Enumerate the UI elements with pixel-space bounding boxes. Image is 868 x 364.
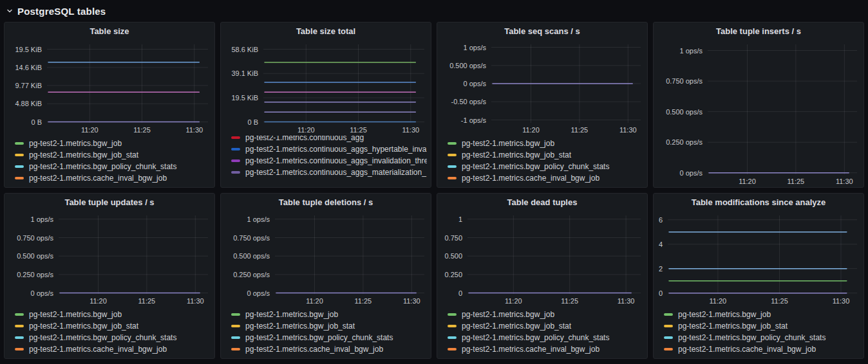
legend-item[interactable]: pg-test2-1.metrics.cache_inval_bgw_job (231, 343, 427, 355)
panels-grid: Table size19.5 KiB14.6 KiB9.77 KiB4.88 K… (0, 22, 868, 361)
svg-text:0.500: 0.500 (444, 252, 462, 260)
section-header[interactable]: PostgreSQL tables (0, 0, 868, 22)
legend-item[interactable]: pg-test2-1.metrics.bgw_job (448, 309, 643, 320)
svg-text:0.500 ops/s: 0.500 ops/s (449, 62, 486, 69)
legend-item[interactable]: pg-test2-1.metrics.bgw_job (231, 309, 427, 320)
legend-swatch-icon (15, 177, 24, 179)
panel-title[interactable]: Table modifications since analyze (654, 194, 863, 212)
legend-item[interactable]: pg-test2-1.metrics.cache_inval_bgw_job (448, 343, 643, 355)
legend-label: pg-test2-1.metrics.bgw_job_stat (29, 322, 138, 331)
svg-text:11:20: 11:20 (739, 177, 756, 185)
dashboard: PostgreSQL tables Table size19.5 KiB14.6… (0, 0, 868, 361)
svg-text:11:25: 11:25 (571, 126, 589, 134)
section-title: PostgreSQL tables (17, 6, 106, 17)
chart-table-seq-scans-s[interactable]: 1 ops/s0.500 ops/s0 ops/s-0.50 ops/s-1 o… (437, 41, 647, 136)
legend-swatch-icon (15, 142, 24, 145)
panel-title[interactable]: Table dead tuples (437, 194, 647, 212)
panel-title[interactable]: Table size total (221, 23, 431, 41)
legend-label: pg-test2-1.metrics.bgw_policy_chunk_stat… (462, 162, 609, 171)
svg-text:4: 4 (659, 241, 663, 248)
legend-item[interactable]: pg-test2-1.metrics.cache_inval_bgw_job (15, 172, 211, 184)
svg-text:0.750 ops/s: 0.750 ops/s (233, 234, 270, 242)
legend-item[interactable]: pg-test2-1.metrics.bgw_job (448, 138, 643, 149)
legend-item[interactable]: pg-test2-1.metrics.bgw_job (15, 309, 211, 320)
legend-label: pg-test2-1.metrics.bgw_job_stat (462, 150, 571, 159)
chart-table-dead-tuples[interactable]: 10.7500.5000.250011:2011:2511:30 (437, 212, 647, 307)
svg-text:0 ops/s: 0 ops/s (31, 289, 54, 297)
panel-title[interactable]: Table tuple inserts / s (654, 23, 863, 41)
legend-item[interactable]: pg-test2-1.metrics.bgw_policy_chunk_stat… (664, 332, 860, 343)
svg-text:0.750 ops/s: 0.750 ops/s (666, 77, 703, 85)
chart-table-size[interactable]: 19.5 KiB14.6 KiB9.77 KiB4.88 KiB0 B11:20… (5, 41, 214, 136)
legend-label: pg-test2-1.metrics.continuous_aggs_hyper… (245, 145, 427, 154)
legend-item[interactable]: pg-test2-1.metrics.bgw_job (15, 138, 211, 149)
legend-item[interactable]: pg-test2-1.metrics.continuous_aggs_hyper… (231, 143, 427, 155)
chart-table-modifications-since-analyze[interactable]: 642011:2011:2511:30 (654, 212, 863, 307)
svg-text:11:30: 11:30 (833, 297, 850, 305)
legend-swatch-icon (231, 325, 240, 327)
legend-item[interactable]: pg-test2-1.metrics.bgw_policy_chunk_stat… (448, 332, 643, 343)
legend-swatch-icon (231, 348, 240, 350)
legend-item[interactable]: pg-test2-1.metrics.bgw_policy_chunk_stat… (15, 161, 211, 172)
svg-text:11:20: 11:20 (505, 297, 522, 305)
legend-item[interactable]: pg-test2-1.metrics.cache_inval_bgw_job (664, 343, 860, 355)
chart-table-tuple-updates-s[interactable]: 1 ops/s0.750 ops/s0.500 ops/s0.250 ops/s… (5, 212, 214, 307)
panel-table-dead-tuples: Table dead tuples10.7500.5000.250011:201… (437, 193, 648, 359)
legend-item[interactable]: pg-test2-1.metrics.bgw_job_stat (448, 320, 643, 332)
legend-swatch-icon (448, 177, 457, 179)
svg-text:-0.50 ops/s: -0.50 ops/s (451, 98, 487, 105)
legend-item[interactable]: pg-test2-1.metrics.bgw_policy_chunk_stat… (231, 332, 427, 343)
legend-item[interactable]: pg-test2-1.metrics.continuous_aggs_mater… (231, 167, 427, 178)
svg-text:11:25: 11:25 (350, 126, 367, 134)
svg-text:11:20: 11:20 (81, 126, 99, 134)
panel-title[interactable]: Table seq scans / s (437, 23, 647, 41)
legend: pg-test2-1.metrics.bgw_jobpg-test2-1.met… (654, 307, 863, 358)
legend-swatch-icon (231, 171, 240, 174)
legend-label: pg-test2-1.metrics.cache_inval_bgw_job (462, 345, 599, 354)
chart-table-tuple-inserts-s[interactable]: 1 ops/s0.750 ops/s0.500 ops/s0.250 ops/s… (654, 41, 863, 187)
legend: pg-test2-1.metrics.bgw_jobpg-test2-1.met… (437, 307, 647, 358)
svg-text:1 ops/s: 1 ops/s (247, 215, 270, 223)
legend-label: pg-test2-1.metrics.cache_inval_bgw_job (462, 174, 599, 183)
legend-swatch-icon (231, 336, 240, 339)
panel-table-tuple-updates-s: Table tuple updates / s1 ops/s0.750 ops/… (4, 193, 215, 359)
legend-item[interactable]: pg-test2-1.metrics.bgw_job_stat (231, 320, 427, 332)
legend-item[interactable]: pg-test2-1.metrics.bgw_job (664, 309, 860, 320)
legend-item[interactable]: pg-test2-1.metrics.cache_inval_bgw_job (15, 343, 211, 355)
svg-text:11:30: 11:30 (187, 297, 204, 305)
svg-text:11:30: 11:30 (619, 126, 637, 134)
legend-swatch-icon (448, 336, 457, 339)
legend-item[interactable]: pg-test2-1.metrics.bgw_job_stat (15, 320, 211, 332)
svg-text:11:30: 11:30 (403, 297, 420, 305)
legend-label: pg-test2-1.metrics.bgw_policy_chunk_stat… (678, 333, 826, 342)
legend-label: pg-test2-1.metrics.bgw_policy_chunk_stat… (29, 333, 176, 342)
legend-item[interactable]: pg-test2-1.metrics.bgw_policy_chunk_stat… (15, 332, 211, 343)
legend-item[interactable]: pg-test2-1.metrics.bgw_job_stat (448, 149, 643, 161)
svg-text:1 ops/s: 1 ops/s (680, 47, 703, 55)
svg-text:0.250: 0.250 (444, 271, 462, 278)
panel-title[interactable]: Table tuple updates / s (5, 194, 214, 212)
svg-text:11:30: 11:30 (402, 126, 419, 134)
legend-label: pg-test2-1.metrics.cache_inval_bgw_job (245, 345, 383, 354)
legend-item[interactable]: pg-test2-1.metrics.bgw_policy_chunk_stat… (448, 161, 643, 172)
svg-text:0.250 ops/s: 0.250 ops/s (17, 271, 53, 278)
svg-text:0.750 ops/s: 0.750 ops/s (17, 234, 53, 242)
legend-item[interactable]: pg-test2-1.metrics.bgw_job_stat (15, 149, 211, 161)
legend-item[interactable]: pg-test2-1.metrics.bgw_job_stat (664, 320, 860, 332)
panel-title[interactable]: Table size (5, 23, 214, 41)
svg-text:0 ops/s: 0 ops/s (680, 169, 703, 177)
chart-table-tuple-deletions-s[interactable]: 1 ops/s0.750 ops/s0.500 ops/s0.250 ops/s… (221, 212, 431, 307)
legend-item[interactable]: pg-test2-1.metrics.continuous_agg (231, 136, 427, 143)
panel-title[interactable]: Table tuple deletions / s (221, 194, 431, 212)
legend-label: pg-test2-1.metrics.bgw_policy_chunk_stat… (462, 333, 609, 342)
svg-text:0.250 ops/s: 0.250 ops/s (233, 271, 270, 278)
legend-item[interactable]: pg-test2-1.metrics.cache_inval_bgw_job (448, 172, 643, 184)
svg-text:0 ops/s: 0 ops/s (464, 80, 487, 87)
chart-table-size-total[interactable]: 58.6 KiB39.1 KiB19.5 KiB0 B11:2011:2511:… (221, 41, 431, 136)
legend-label: pg-test2-1.metrics.bgw_job_stat (29, 150, 138, 159)
legend-label: pg-test2-1.metrics.bgw_job (462, 310, 554, 319)
legend-swatch-icon (448, 325, 457, 327)
legend-label: pg-test2-1.metrics.cache_inval_bgw_job (29, 345, 167, 354)
svg-text:11:25: 11:25 (561, 297, 578, 305)
legend-item[interactable]: pg-test2-1.metrics.continuous_aggs_inval… (231, 155, 427, 167)
